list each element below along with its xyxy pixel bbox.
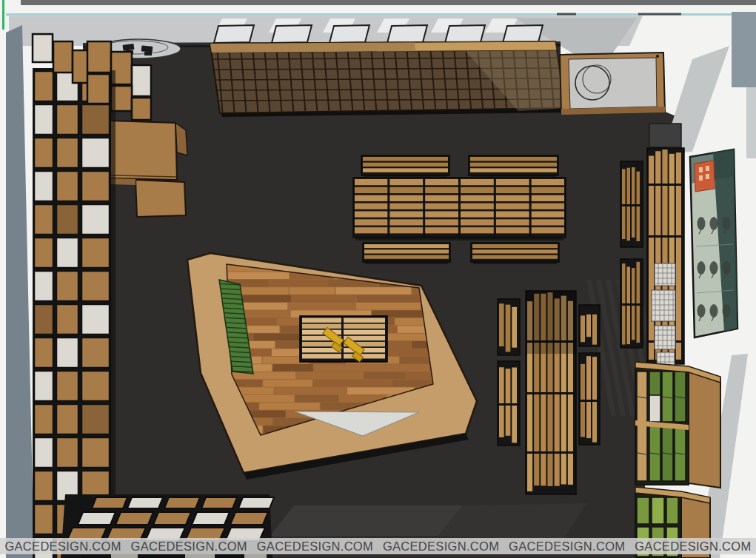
shelf-cell <box>56 138 78 168</box>
botanical-print <box>698 261 706 275</box>
locker-cell <box>637 497 649 524</box>
wall-bench-column <box>620 124 684 372</box>
display-cube <box>192 512 230 525</box>
shelf-cell <box>34 471 53 501</box>
panel-top-bar-left <box>210 43 415 53</box>
shelf-cell <box>56 204 78 235</box>
chair <box>141 45 153 52</box>
seal-mark <box>699 175 703 181</box>
shelf-box <box>132 65 151 96</box>
seal-mark <box>706 166 709 171</box>
shelf-cell <box>34 271 53 301</box>
right-corner-wall <box>732 12 756 87</box>
watermark-text: GACEDESIGN.COM <box>257 539 373 554</box>
shelf-box <box>33 34 53 62</box>
shelf-cell <box>56 404 78 434</box>
watermark-text: GACEDESIGN.COM <box>635 539 751 554</box>
shelf-cell <box>34 437 53 468</box>
glass-pane <box>445 25 485 43</box>
seal-mark <box>699 167 703 172</box>
wall-poster <box>690 149 737 337</box>
shelf-cell <box>34 337 53 368</box>
watermark-band: GACEDESIGN.COM GACEDESIGN.COM GACEDESIGN… <box>0 538 756 554</box>
botanical-print <box>710 261 718 275</box>
glass-pane <box>214 25 254 43</box>
display-cube <box>164 497 200 508</box>
watermark-text: GACEDESIGN.COM <box>131 539 247 554</box>
display-cube <box>230 512 268 525</box>
locker-cell <box>666 497 678 524</box>
chair <box>144 52 152 56</box>
shelf-cell <box>81 437 110 468</box>
desk-extension <box>136 180 186 217</box>
shelf-box <box>132 98 151 120</box>
shelf-cell <box>81 204 110 235</box>
display-cube <box>92 497 127 508</box>
table-shadow <box>526 291 576 354</box>
display-cube <box>153 512 191 525</box>
shelf-box <box>87 41 111 73</box>
shelf-cell <box>56 104 78 135</box>
shelf-box <box>87 74 110 104</box>
shelf-cell <box>81 138 110 168</box>
shelf-cell <box>81 304 110 335</box>
counter-dot <box>656 55 659 58</box>
shelf-box <box>53 41 73 73</box>
shelf-cell <box>81 171 110 201</box>
shelf-cell <box>34 404 53 434</box>
interior-render <box>0 0 756 558</box>
entry-counter <box>560 53 665 115</box>
storage-basket <box>655 263 675 286</box>
shelf-cell <box>34 138 53 168</box>
glass-pane <box>387 25 427 43</box>
shelf-cell <box>56 304 78 335</box>
axis-line-green <box>2 0 4 30</box>
botanical-print <box>710 217 718 230</box>
shelf-side-face <box>689 368 720 488</box>
poster-orange-seal <box>695 161 715 192</box>
frame-mark <box>638 13 681 16</box>
botanical-print <box>710 304 718 317</box>
shelf-cell <box>81 238 110 268</box>
shelf-cell <box>56 238 78 268</box>
shelf-cell <box>81 371 110 401</box>
light-patch <box>270 505 463 537</box>
shelf-cells <box>34 71 110 558</box>
shelf-cell <box>34 304 53 335</box>
shelf-cell <box>81 404 110 434</box>
shelf-cell <box>34 71 53 101</box>
shelf-cell <box>34 504 53 534</box>
botanical-print <box>723 304 731 317</box>
watermark-text: GACEDESIGN.COM <box>4 539 121 554</box>
shelf-cell <box>34 371 53 401</box>
shelf-cell <box>34 171 53 201</box>
display-cube <box>127 497 163 508</box>
shelf-cell <box>81 271 110 301</box>
botanical-print <box>698 304 706 317</box>
botanical-print <box>723 261 731 275</box>
top-edge-strip <box>21 0 756 5</box>
rendered-scene: GACEDESIGN.COM GACEDESIGN.COM GACEDESIGN… <box>0 0 756 558</box>
glass-pane <box>330 25 369 43</box>
watermark-text: GACEDESIGN.COM <box>509 539 625 554</box>
botanical-print <box>698 217 706 230</box>
platform-table <box>300 316 387 362</box>
lattice-wall-panel <box>209 37 567 117</box>
shelf-cell <box>56 171 78 201</box>
frame-mark <box>557 13 576 16</box>
dark-cabinet <box>649 124 681 147</box>
shelf-cell <box>81 337 110 368</box>
shelf-cell <box>34 238 53 268</box>
watermark-text: GACEDESIGN.COM <box>383 539 499 554</box>
seal-mark <box>706 174 709 179</box>
locker-cell-white <box>649 395 660 422</box>
shelf-cell <box>56 437 78 468</box>
botanical-print <box>723 217 731 230</box>
shelf-cell <box>34 104 53 135</box>
light-patch <box>438 503 586 540</box>
locker-cell <box>652 497 664 524</box>
green-shelf-upper <box>635 362 720 488</box>
shelf-cell <box>34 204 53 235</box>
shelf-cell <box>81 104 110 135</box>
display-cube <box>116 512 153 525</box>
